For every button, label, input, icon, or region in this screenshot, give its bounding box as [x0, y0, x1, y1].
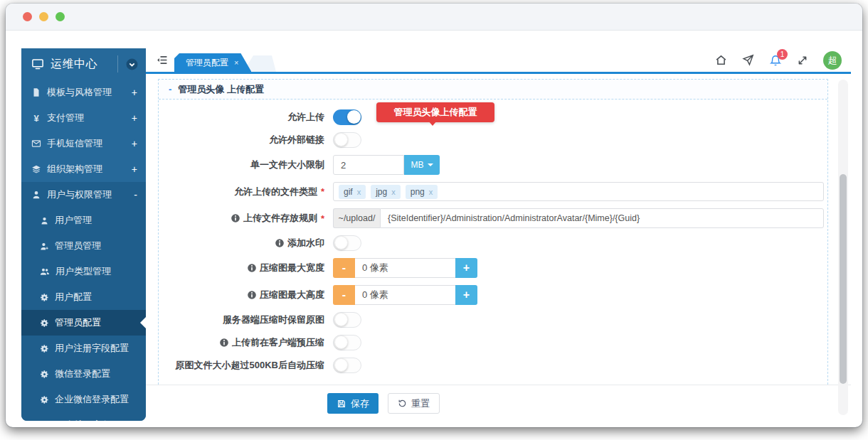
id-card-icon [40, 420, 50, 421]
topbar-icons: 1 超 [715, 51, 851, 70]
info-icon [247, 263, 257, 273]
sidebar-subitem-admin-management[interactable]: 管理员管理 [21, 233, 146, 259]
sidebar-subitem-user-extended-fields[interactable]: 用户扩展字段管理 [21, 412, 146, 421]
reset-button[interactable]: 重置 [388, 393, 440, 414]
max-width-input[interactable]: 0 像素 [355, 258, 455, 278]
tab-close-icon[interactable]: × [234, 58, 238, 67]
expand-plus-icon: + [132, 138, 137, 149]
toggle-knob [334, 358, 348, 372]
sidebar-subitem-user-management[interactable]: 用户管理 [21, 208, 146, 233]
sidebar-subitem-wechat-login-config[interactable]: 微信登录配置 [21, 361, 146, 387]
home-icon[interactable] [715, 54, 727, 66]
file-size-limit-input[interactable]: 2 [333, 155, 404, 175]
form-row-allow-external-link: 允许外部链接 [159, 132, 827, 148]
layers-icon [31, 164, 41, 174]
scrollbar-thumb[interactable] [840, 174, 847, 384]
zoom-window-button[interactable] [55, 12, 65, 21]
sidebar-subitem-wecom-login-config[interactable]: 企业微信登录配置 [21, 387, 146, 412]
gear-icon [40, 318, 49, 328]
chevron-down-circle-icon[interactable] [125, 58, 139, 71]
divider [117, 55, 118, 73]
panel-title: 管理员头像 上传配置 [178, 83, 264, 96]
sidebar-item-sms[interactable]: 手机短信管理 + [21, 131, 146, 156]
save-button[interactable]: 保存 [327, 393, 379, 414]
avatar[interactable]: 超 [823, 51, 842, 70]
form-row-max-width: 压缩图最大宽度 - 0 像素 + [159, 258, 827, 278]
max-height-decrement-button[interactable]: - [333, 285, 355, 305]
expand-icon[interactable] [797, 55, 808, 66]
scrollbar-track[interactable] [838, 80, 848, 415]
max-width-decrement-button[interactable]: - [333, 258, 355, 278]
app-frame: 运维中心 模板与风格管理 + ¥ 支付管理 + 手机短信管理 + 组 [21, 48, 851, 421]
field-label: 允许上传 [287, 111, 324, 124]
send-icon[interactable] [742, 54, 754, 66]
sidebar-subitem-label: 用户管理 [55, 214, 92, 227]
sidebar-toggle-icon[interactable] [156, 54, 168, 66]
sidebar-item-template-style[interactable]: 模板与风格管理 + [21, 80, 146, 105]
notifications-button[interactable]: 1 [769, 54, 782, 67]
form-footer: 保存 重置 [146, 385, 851, 414]
toggle-knob [334, 336, 348, 349]
sidebar-item-label: 组织架构管理 [47, 163, 102, 176]
form-row-max-height: 压缩图最大高度 - 0 像素 + [159, 285, 827, 305]
sidebar-item-payment[interactable]: ¥ 支付管理 + [21, 105, 146, 131]
monitor-icon [31, 58, 44, 70]
gear-icon [40, 293, 49, 302]
required-mark: * [321, 213, 324, 224]
toggle-knob [334, 236, 348, 249]
file-type-tag: png x [406, 185, 438, 199]
allow-external-link-toggle[interactable] [333, 132, 361, 148]
max-height-input[interactable]: 0 像素 [355, 285, 455, 305]
panel-header[interactable]: - 管理员头像 上传配置 [159, 80, 827, 100]
watermark-toggle[interactable] [333, 235, 361, 251]
field-label: 服务器端压缩时保留原图 [223, 313, 324, 326]
unit-label: MB [411, 160, 424, 170]
expand-plus-icon: + [132, 163, 137, 175]
max-height-increment-button[interactable]: + [455, 285, 477, 305]
field-label: 上传前在客户端预压缩 [232, 336, 324, 349]
panel-collapse-icon[interactable]: - [169, 84, 171, 95]
tooltip-arrow [428, 121, 437, 130]
storage-rule-prefix: ~/upload/ [333, 208, 380, 228]
file-type-tag: gif x [339, 185, 366, 199]
form-row-keep-original: 服务器端压缩时保留原图 [159, 312, 827, 328]
max-width-increment-button[interactable]: + [455, 258, 477, 278]
floppy-icon [337, 399, 346, 409]
file-size-unit-dropdown[interactable]: MB [404, 155, 440, 175]
gear-icon [40, 395, 49, 404]
collapse-minus-icon: - [134, 189, 137, 200]
user-plus-icon [40, 242, 49, 251]
sidebar-subitem-admin-config[interactable]: 管理员配置 [21, 310, 146, 336]
minimize-window-button[interactable] [39, 12, 48, 21]
client-precompress-toggle[interactable] [333, 335, 361, 350]
sidebar-subitem-label: 用户扩展字段管理 [55, 419, 129, 421]
sidebar-item-organization[interactable]: 组织架构管理 + [21, 156, 146, 182]
tag-remove-icon[interactable]: x [357, 188, 361, 196]
sidebar-subitem-user-config[interactable]: 用户配置 [21, 284, 146, 310]
allow-upload-toggle[interactable] [333, 109, 361, 125]
sidebar-subitem-register-fields-config[interactable]: 用户注册字段配置 [21, 336, 146, 361]
tag-remove-icon[interactable]: x [391, 188, 396, 196]
close-window-button[interactable] [23, 12, 32, 21]
admin-avatar-upload-panel: - 管理员头像 上传配置 允许上传 允许外部链接 单 [158, 79, 828, 385]
tag-remove-icon[interactable]: x [429, 188, 433, 196]
keep-original-toggle[interactable] [333, 312, 361, 328]
toggle-knob [334, 313, 348, 326]
file-types-tag-input[interactable]: gif x jpg x png x [333, 182, 824, 201]
sidebar-item-users-permissions[interactable]: 用户与权限管理 - [21, 182, 146, 208]
field-label: 压缩图最大高度 [260, 289, 324, 301]
reset-button-label: 重置 [411, 397, 430, 410]
expand-plus-icon: + [132, 112, 137, 124]
auto-compress-toggle[interactable] [333, 358, 361, 373]
sidebar-subitem-user-type-management[interactable]: 用户类型管理 [21, 259, 146, 284]
sidebar-item-label: 手机短信管理 [47, 137, 102, 150]
field-label: 允许上传的文件类型 [234, 186, 317, 198]
gear-icon [40, 344, 49, 353]
storage-rule-input[interactable]: {SiteIdentifier}/Administration/Administ… [380, 208, 824, 228]
sidebar-subitem-label: 用户类型管理 [55, 265, 111, 278]
field-label: 添加水印 [287, 237, 324, 249]
user-icon [40, 216, 49, 225]
gear-icon [40, 370, 49, 379]
tab-admin-config[interactable]: 管理员配置 × [174, 53, 251, 72]
sidebar-subitem-label: 管理员配置 [55, 316, 101, 329]
